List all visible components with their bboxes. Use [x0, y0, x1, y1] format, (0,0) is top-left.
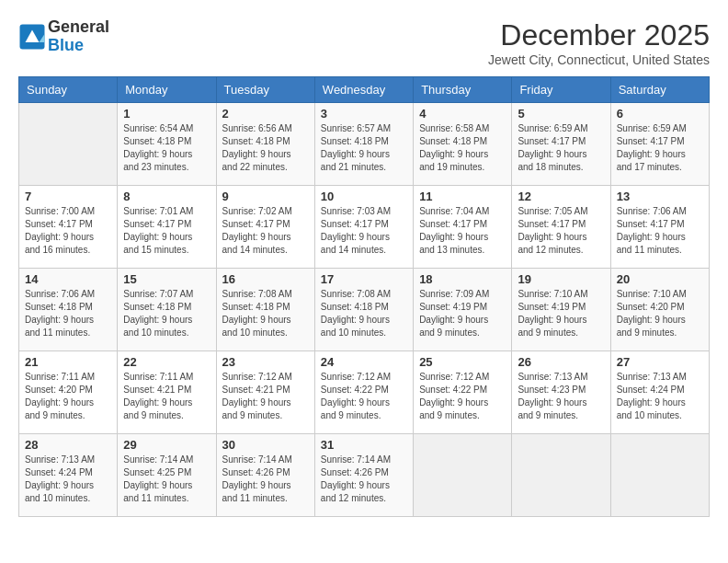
- day-number: 17: [321, 272, 407, 286]
- calendar-header-row: SundayMondayTuesdayWednesdayThursdayFrid…: [19, 77, 710, 103]
- calendar-cell: 7Sunrise: 7:00 AMSunset: 4:17 PMDaylight…: [19, 186, 118, 269]
- calendar-cell: 24Sunrise: 7:12 AMSunset: 4:22 PMDayligh…: [314, 351, 413, 434]
- calendar-week-3: 14Sunrise: 7:06 AMSunset: 4:18 PMDayligh…: [19, 269, 710, 351]
- day-number: 30: [222, 438, 309, 452]
- cell-info: Sunrise: 7:10 AMSunset: 4:19 PMDaylight:…: [518, 288, 604, 339]
- day-number: 23: [222, 355, 309, 369]
- calendar-header-wednesday: Wednesday: [314, 77, 413, 103]
- cell-info: Sunrise: 6:59 AMSunset: 4:17 PMDaylight:…: [518, 122, 604, 174]
- calendar-cell: 27Sunrise: 7:13 AMSunset: 4:24 PMDayligh…: [610, 351, 709, 434]
- calendar-cell: 11Sunrise: 7:04 AMSunset: 4:17 PMDayligh…: [414, 186, 512, 269]
- day-number: 27: [617, 355, 703, 369]
- calendar-cell: 28Sunrise: 7:13 AMSunset: 4:24 PMDayligh…: [19, 434, 118, 517]
- calendar-cell: 1Sunrise: 6:54 AMSunset: 4:18 PMDaylight…: [118, 103, 216, 186]
- day-number: 10: [321, 190, 407, 203]
- day-number: 3: [321, 107, 407, 121]
- calendar-cell: 2Sunrise: 6:56 AMSunset: 4:18 PMDaylight…: [216, 103, 314, 186]
- cell-info: Sunrise: 7:06 AMSunset: 4:18 PMDaylight:…: [25, 288, 111, 339]
- calendar-week-4: 21Sunrise: 7:11 AMSunset: 4:20 PMDayligh…: [19, 351, 710, 434]
- cell-info: Sunrise: 7:09 AMSunset: 4:19 PMDaylight:…: [419, 288, 506, 339]
- calendar-cell: 18Sunrise: 7:09 AMSunset: 4:19 PMDayligh…: [414, 269, 512, 351]
- logo-blue: Blue: [48, 37, 109, 55]
- calendar-header-sunday: Sunday: [19, 77, 118, 103]
- cell-info: Sunrise: 7:12 AMSunset: 4:22 PMDaylight:…: [419, 371, 506, 422]
- calendar-cell: 23Sunrise: 7:12 AMSunset: 4:21 PMDayligh…: [216, 351, 314, 434]
- calendar-header-thursday: Thursday: [414, 77, 512, 103]
- cell-info: Sunrise: 6:54 AMSunset: 4:18 PMDaylight:…: [123, 122, 210, 174]
- calendar-cell: 31Sunrise: 7:14 AMSunset: 4:26 PMDayligh…: [314, 434, 413, 517]
- cell-info: Sunrise: 7:07 AMSunset: 4:18 PMDaylight:…: [123, 288, 210, 339]
- day-number: 12: [518, 190, 604, 203]
- calendar-cell: 3Sunrise: 6:57 AMSunset: 4:18 PMDaylight…: [314, 103, 413, 186]
- calendar-week-5: 28Sunrise: 7:13 AMSunset: 4:24 PMDayligh…: [19, 434, 710, 517]
- cell-info: Sunrise: 7:12 AMSunset: 4:21 PMDaylight:…: [222, 371, 309, 422]
- cell-info: Sunrise: 7:01 AMSunset: 4:17 PMDaylight:…: [123, 205, 210, 257]
- calendar-cell: 5Sunrise: 6:59 AMSunset: 4:17 PMDaylight…: [512, 103, 610, 186]
- calendar-cell: 4Sunrise: 6:58 AMSunset: 4:18 PMDaylight…: [414, 103, 512, 186]
- calendar-cell: 29Sunrise: 7:14 AMSunset: 4:25 PMDayligh…: [118, 434, 216, 517]
- cell-info: Sunrise: 7:13 AMSunset: 4:24 PMDaylight:…: [25, 454, 111, 505]
- calendar-cell: 12Sunrise: 7:05 AMSunset: 4:17 PMDayligh…: [512, 186, 610, 269]
- day-number: 19: [518, 272, 604, 286]
- cell-info: Sunrise: 6:57 AMSunset: 4:18 PMDaylight:…: [321, 122, 407, 174]
- calendar-week-1: 1Sunrise: 6:54 AMSunset: 4:18 PMDaylight…: [19, 103, 710, 186]
- logo: General Blue: [18, 18, 109, 55]
- calendar-cell: [512, 434, 610, 517]
- cell-info: Sunrise: 6:58 AMSunset: 4:18 PMDaylight:…: [419, 122, 506, 174]
- logo-icon: [18, 23, 46, 51]
- calendar-cell: 30Sunrise: 7:14 AMSunset: 4:26 PMDayligh…: [216, 434, 314, 517]
- day-number: 20: [617, 272, 703, 286]
- cell-info: Sunrise: 7:13 AMSunset: 4:23 PMDaylight:…: [518, 371, 604, 422]
- cell-info: Sunrise: 7:11 AMSunset: 4:20 PMDaylight:…: [25, 371, 111, 422]
- day-number: 2: [222, 107, 309, 121]
- cell-info: Sunrise: 7:14 AMSunset: 4:26 PMDaylight:…: [222, 454, 309, 505]
- calendar-cell: 9Sunrise: 7:02 AMSunset: 4:17 PMDaylight…: [216, 186, 314, 269]
- cell-info: Sunrise: 7:12 AMSunset: 4:22 PMDaylight:…: [321, 371, 407, 422]
- day-number: 4: [419, 107, 506, 121]
- day-number: 22: [123, 355, 210, 369]
- calendar-header-monday: Monday: [118, 77, 216, 103]
- calendar-cell: 17Sunrise: 7:08 AMSunset: 4:18 PMDayligh…: [314, 269, 413, 351]
- cell-info: Sunrise: 7:08 AMSunset: 4:18 PMDaylight:…: [222, 288, 309, 339]
- logo-general: General: [48, 18, 109, 37]
- day-number: 16: [222, 272, 309, 286]
- day-number: 24: [321, 355, 407, 369]
- month-title: December 2025: [488, 18, 710, 52]
- cell-info: Sunrise: 7:02 AMSunset: 4:17 PMDaylight:…: [222, 205, 309, 257]
- calendar-cell: [19, 103, 118, 186]
- calendar-cell: 19Sunrise: 7:10 AMSunset: 4:19 PMDayligh…: [512, 269, 610, 351]
- calendar-week-2: 7Sunrise: 7:00 AMSunset: 4:17 PMDaylight…: [19, 186, 710, 269]
- day-number: 15: [123, 272, 210, 286]
- calendar-cell: 13Sunrise: 7:06 AMSunset: 4:17 PMDayligh…: [610, 186, 709, 269]
- day-number: 13: [617, 190, 703, 203]
- day-number: 1: [123, 107, 210, 121]
- calendar-cell: [610, 434, 709, 517]
- calendar-cell: 21Sunrise: 7:11 AMSunset: 4:20 PMDayligh…: [19, 351, 118, 434]
- calendar-cell: [414, 434, 512, 517]
- day-number: 11: [419, 190, 506, 203]
- calendar-cell: 25Sunrise: 7:12 AMSunset: 4:22 PMDayligh…: [414, 351, 512, 434]
- calendar-cell: 15Sunrise: 7:07 AMSunset: 4:18 PMDayligh…: [118, 269, 216, 351]
- day-number: 18: [419, 272, 506, 286]
- cell-info: Sunrise: 7:13 AMSunset: 4:24 PMDaylight:…: [617, 371, 703, 422]
- cell-info: Sunrise: 7:08 AMSunset: 4:18 PMDaylight:…: [321, 288, 407, 339]
- calendar-header-tuesday: Tuesday: [216, 77, 314, 103]
- cell-info: Sunrise: 7:03 AMSunset: 4:17 PMDaylight:…: [321, 205, 407, 257]
- day-number: 29: [123, 438, 210, 452]
- calendar-header-saturday: Saturday: [610, 77, 709, 103]
- calendar-cell: 8Sunrise: 7:01 AMSunset: 4:17 PMDaylight…: [118, 186, 216, 269]
- location: Jewett City, Connecticut, United States: [488, 52, 710, 67]
- day-number: 7: [25, 190, 111, 203]
- day-number: 6: [617, 107, 703, 121]
- calendar-cell: 20Sunrise: 7:10 AMSunset: 4:20 PMDayligh…: [610, 269, 709, 351]
- day-number: 25: [419, 355, 506, 369]
- day-number: 31: [321, 438, 407, 452]
- calendar-cell: 14Sunrise: 7:06 AMSunset: 4:18 PMDayligh…: [19, 269, 118, 351]
- cell-info: Sunrise: 7:11 AMSunset: 4:21 PMDaylight:…: [123, 371, 210, 422]
- cell-info: Sunrise: 7:04 AMSunset: 4:17 PMDaylight:…: [419, 205, 506, 257]
- calendar-table: SundayMondayTuesdayWednesdayThursdayFrid…: [18, 76, 710, 517]
- cell-info: Sunrise: 7:10 AMSunset: 4:20 PMDaylight:…: [617, 288, 703, 339]
- day-number: 28: [25, 438, 111, 452]
- calendar-cell: 10Sunrise: 7:03 AMSunset: 4:17 PMDayligh…: [314, 186, 413, 269]
- cell-info: Sunrise: 7:14 AMSunset: 4:26 PMDaylight:…: [321, 454, 407, 505]
